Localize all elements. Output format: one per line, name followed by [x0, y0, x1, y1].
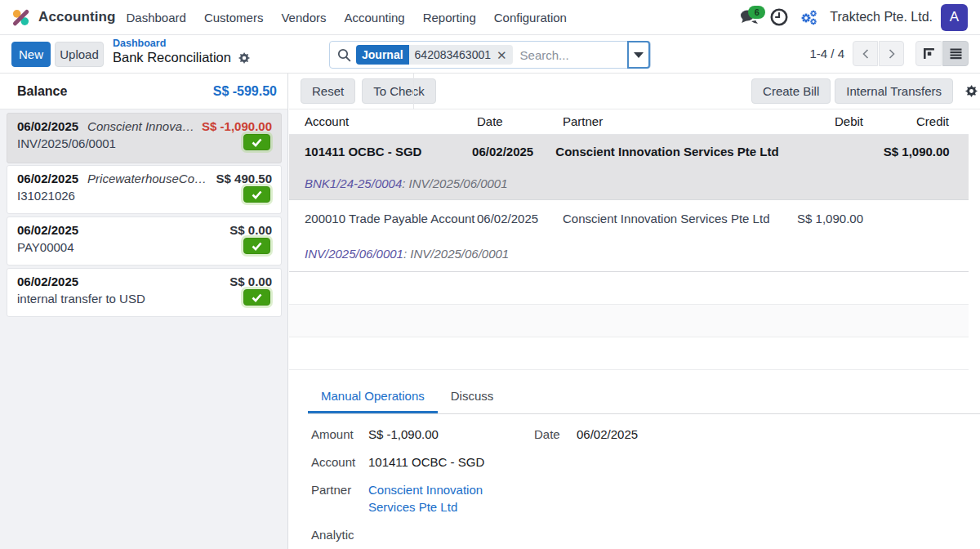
statement-line-1[interactable]: 06/02/2025 Conscient Innova… S$ -1,090.0…	[7, 113, 282, 163]
empty-row	[289, 272, 969, 305]
table-header-row: Account Date Partner Debit Credit	[289, 109, 969, 135]
account-label: Account	[311, 449, 368, 476]
validate-button[interactable]	[243, 238, 270, 254]
statusbar: Reset To Check Create Bill Internal Tran…	[289, 74, 980, 109]
partner-link[interactable]: Conscient Innovation Services Pte Ltd	[368, 481, 491, 516]
cell-debit: S$ 1,090.00	[773, 212, 863, 225]
table-label-row[interactable]: BNK1/24-25/0004: INV/2025/06/0001	[289, 167, 969, 200]
analytic-value[interactable]	[368, 521, 534, 549]
empty-row	[289, 305, 969, 337]
header-debit[interactable]: Debit	[773, 114, 863, 128]
to-check-button[interactable]: To Check	[362, 78, 436, 104]
menu-accounting[interactable]: Accounting	[335, 0, 413, 34]
search-facet-journal: Journal 642083463001 ✕	[356, 45, 513, 65]
header-partner[interactable]: Partner	[559, 114, 773, 128]
statusbar-gear-icon[interactable]	[965, 85, 978, 100]
move-label: : INV/2025/06/0001	[402, 176, 507, 190]
statement-line-4[interactable]: 06/02/2025 S$ 0.00 internal transfer to …	[7, 268, 282, 317]
search-icon	[337, 48, 351, 62]
upload-button[interactable]: Upload	[55, 42, 104, 67]
user-avatar[interactable]: A	[941, 4, 968, 31]
tab-manual-operations[interactable]: Manual Operations	[308, 382, 438, 413]
kanban-view-button[interactable]	[915, 41, 942, 66]
company-switcher[interactable]: Traktech Pte. Ltd.	[823, 10, 941, 25]
line-label: I31021026	[17, 189, 75, 203]
table-label-row[interactable]: INV/2025/06/0001: INV/2025/06/0001	[289, 236, 969, 272]
table-row[interactable]: 200010 Trade Payable Account 06/02/2025 …	[289, 200, 969, 236]
line-amount: S$ -1,090.00	[202, 119, 272, 133]
cell-date: 06/02/2025	[477, 212, 559, 225]
page-title: Bank Reconciliation	[113, 50, 231, 65]
header-account[interactable]: Account	[289, 114, 477, 128]
table-row[interactable]: 101411 OCBC - SGD 06/02/2025 Conscient I…	[289, 135, 969, 167]
search-bar[interactable]: Journal 642083463001 ✕ Search...	[329, 41, 651, 69]
amount-label: Amount	[311, 421, 368, 449]
line-date: 06/02/2025	[17, 274, 78, 288]
reset-button[interactable]: Reset	[301, 78, 355, 104]
validate-button[interactable]	[243, 134, 270, 150]
move-label: : INV/2025/06/0001	[403, 247, 509, 261]
notebook-tabs: Manual Operations Discuss	[308, 382, 980, 413]
balance-label: Balance	[17, 84, 67, 99]
facet-remove-icon[interactable]: ✕	[497, 49, 507, 61]
pager-range: 1-4 / 4	[809, 47, 844, 60]
line-date: 06/02/2025	[17, 223, 78, 237]
amount-value[interactable]: S$ -1,090.00	[368, 421, 534, 449]
balance-row: Balance S$ -599.50	[0, 74, 287, 109]
list-view-button[interactable]	[942, 41, 969, 66]
internal-transfers-button[interactable]: Internal Transfers	[835, 78, 953, 104]
move-line-group-1[interactable]: 101411 OCBC - SGD 06/02/2025 Conscient I…	[289, 135, 969, 200]
validate-button[interactable]	[243, 289, 270, 306]
cell-partner: Conscient Innovation Services Pte Ltd	[559, 212, 773, 225]
facet-value: 642083463001	[415, 48, 491, 61]
settings-gears-icon[interactable]	[794, 0, 823, 34]
statusbar-separator	[413, 74, 414, 109]
move-line-group-2[interactable]: 200010 Trade Payable Account 06/02/2025 …	[289, 200, 969, 272]
breadcrumb: Dashboard Bank Reconciliation	[113, 38, 250, 65]
menu-dashboard[interactable]: Dashboard	[118, 0, 195, 34]
caret-down-icon	[634, 52, 644, 58]
manual-operations-form: Amount S$ -1,090.00 Date 06/02/2025 Acco…	[289, 414, 980, 549]
line-label: PAY00004	[17, 240, 74, 254]
partner-label: Partner	[311, 476, 368, 521]
statement-line-2[interactable]: 06/02/2025 PricewaterhouseCo… S$ 490.50 …	[7, 165, 282, 214]
statement-line-3[interactable]: 06/02/2025 S$ 0.00 PAY00004	[7, 216, 282, 266]
activities-clock-icon[interactable]	[764, 0, 794, 34]
menu-vendors[interactable]: Vendors	[272, 0, 335, 34]
validate-button[interactable]	[243, 186, 270, 203]
cell-account: 101411 OCBC - SGD	[289, 145, 472, 158]
app-switcher[interactable]: Accounting	[0, 8, 118, 27]
move-lines-table: Account Date Partner Debit Credit 101411…	[289, 109, 969, 370]
systray: 6	[735, 0, 980, 34]
search-input[interactable]: Search...	[520, 48, 569, 62]
header-credit[interactable]: Credit	[863, 114, 949, 128]
search-options-toggle[interactable]	[627, 41, 650, 69]
date-value[interactable]: 06/02/2025	[577, 421, 980, 449]
reconciliation-main: Reset To Check Create Bill Internal Tran…	[289, 74, 980, 549]
facet-label[interactable]: Journal	[356, 45, 409, 65]
view-switcher	[915, 41, 969, 66]
analytic-label: Analytic	[311, 521, 368, 549]
pager-previous-button[interactable]	[853, 41, 878, 66]
menu-reporting[interactable]: Reporting	[414, 0, 485, 34]
new-button[interactable]: New	[11, 42, 51, 67]
date-label: Date	[534, 421, 577, 449]
menu-configuration[interactable]: Configuration	[485, 0, 576, 34]
cell-date: 06/02/2025	[472, 145, 551, 158]
line-partner: PricewaterhouseCo…	[87, 172, 210, 185]
header-date[interactable]: Date	[477, 114, 559, 128]
breadcrumb-dashboard-link[interactable]: Dashboard	[113, 38, 250, 49]
account-value[interactable]: 101411 OCBC - SGD	[368, 449, 534, 476]
statement-lines-panel: Balance S$ -599.50 06/02/2025 Conscient …	[0, 74, 288, 549]
pager-next-button[interactable]	[879, 41, 904, 66]
menu-customers[interactable]: Customers	[195, 0, 273, 34]
messages-icon[interactable]: 6	[735, 0, 764, 34]
move-link[interactable]: BNK1/24-25/0004	[305, 176, 402, 190]
tab-discuss[interactable]: Discuss	[438, 382, 507, 413]
line-date: 06/02/2025	[17, 172, 78, 185]
move-link[interactable]: INV/2025/06/0001	[305, 247, 403, 261]
cell-account: 200010 Trade Payable Account	[289, 212, 477, 225]
line-amount: S$ 490.50	[216, 172, 272, 185]
create-bill-button[interactable]: Create Bill	[751, 78, 831, 104]
page-actions-gear-icon[interactable]	[238, 52, 250, 64]
